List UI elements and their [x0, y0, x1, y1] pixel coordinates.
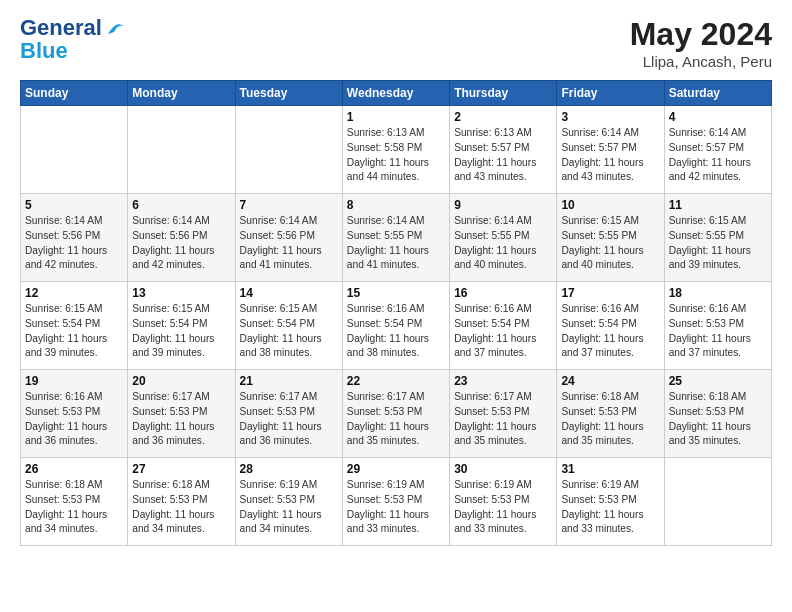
day-number: 10: [561, 198, 659, 212]
day-number: 9: [454, 198, 552, 212]
day-info: Sunrise: 6:15 AMSunset: 5:54 PMDaylight:…: [132, 302, 230, 361]
day-number: 11: [669, 198, 767, 212]
day-cell: 20Sunrise: 6:17 AMSunset: 5:53 PMDayligh…: [128, 370, 235, 458]
calendar: SundayMondayTuesdayWednesdayThursdayFrid…: [20, 80, 772, 546]
day-info: Sunrise: 6:15 AMSunset: 5:55 PMDaylight:…: [669, 214, 767, 273]
day-number: 27: [132, 462, 230, 476]
day-info: Sunrise: 6:14 AMSunset: 5:55 PMDaylight:…: [347, 214, 445, 273]
day-cell: 2Sunrise: 6:13 AMSunset: 5:57 PMDaylight…: [450, 106, 557, 194]
day-number: 15: [347, 286, 445, 300]
day-cell: [128, 106, 235, 194]
day-cell: 13Sunrise: 6:15 AMSunset: 5:54 PMDayligh…: [128, 282, 235, 370]
week-row-5: 26Sunrise: 6:18 AMSunset: 5:53 PMDayligh…: [21, 458, 772, 546]
day-number: 2: [454, 110, 552, 124]
day-info: Sunrise: 6:17 AMSunset: 5:53 PMDaylight:…: [132, 390, 230, 449]
day-info: Sunrise: 6:14 AMSunset: 5:56 PMDaylight:…: [240, 214, 338, 273]
weekday-header-friday: Friday: [557, 81, 664, 106]
day-info: Sunrise: 6:19 AMSunset: 5:53 PMDaylight:…: [561, 478, 659, 537]
day-cell: 16Sunrise: 6:16 AMSunset: 5:54 PMDayligh…: [450, 282, 557, 370]
day-cell: 10Sunrise: 6:15 AMSunset: 5:55 PMDayligh…: [557, 194, 664, 282]
day-info: Sunrise: 6:15 AMSunset: 5:54 PMDaylight:…: [25, 302, 123, 361]
day-number: 25: [669, 374, 767, 388]
day-cell: 29Sunrise: 6:19 AMSunset: 5:53 PMDayligh…: [342, 458, 449, 546]
day-info: Sunrise: 6:18 AMSunset: 5:53 PMDaylight:…: [25, 478, 123, 537]
day-number: 13: [132, 286, 230, 300]
day-number: 20: [132, 374, 230, 388]
day-number: 12: [25, 286, 123, 300]
day-number: 24: [561, 374, 659, 388]
day-number: 21: [240, 374, 338, 388]
day-cell: 25Sunrise: 6:18 AMSunset: 5:53 PMDayligh…: [664, 370, 771, 458]
day-info: Sunrise: 6:13 AMSunset: 5:57 PMDaylight:…: [454, 126, 552, 185]
day-number: 16: [454, 286, 552, 300]
day-info: Sunrise: 6:19 AMSunset: 5:53 PMDaylight:…: [454, 478, 552, 537]
day-cell: 6Sunrise: 6:14 AMSunset: 5:56 PMDaylight…: [128, 194, 235, 282]
day-number: 28: [240, 462, 338, 476]
day-info: Sunrise: 6:19 AMSunset: 5:53 PMDaylight:…: [347, 478, 445, 537]
day-number: 17: [561, 286, 659, 300]
day-info: Sunrise: 6:13 AMSunset: 5:58 PMDaylight:…: [347, 126, 445, 185]
day-cell: 24Sunrise: 6:18 AMSunset: 5:53 PMDayligh…: [557, 370, 664, 458]
day-info: Sunrise: 6:19 AMSunset: 5:53 PMDaylight:…: [240, 478, 338, 537]
weekday-header-monday: Monday: [128, 81, 235, 106]
day-cell: 12Sunrise: 6:15 AMSunset: 5:54 PMDayligh…: [21, 282, 128, 370]
page: General Blue May 2024 Llipa, Ancash, Per…: [0, 0, 792, 612]
day-info: Sunrise: 6:14 AMSunset: 5:56 PMDaylight:…: [132, 214, 230, 273]
day-number: 7: [240, 198, 338, 212]
logo-blue-text: Blue: [20, 40, 68, 62]
day-cell: 31Sunrise: 6:19 AMSunset: 5:53 PMDayligh…: [557, 458, 664, 546]
day-info: Sunrise: 6:16 AMSunset: 5:53 PMDaylight:…: [25, 390, 123, 449]
day-number: 18: [669, 286, 767, 300]
day-cell: 3Sunrise: 6:14 AMSunset: 5:57 PMDaylight…: [557, 106, 664, 194]
day-cell: 26Sunrise: 6:18 AMSunset: 5:53 PMDayligh…: [21, 458, 128, 546]
day-info: Sunrise: 6:16 AMSunset: 5:53 PMDaylight:…: [669, 302, 767, 361]
weekday-header-thursday: Thursday: [450, 81, 557, 106]
day-cell: 23Sunrise: 6:17 AMSunset: 5:53 PMDayligh…: [450, 370, 557, 458]
day-cell: 28Sunrise: 6:19 AMSunset: 5:53 PMDayligh…: [235, 458, 342, 546]
day-cell: 22Sunrise: 6:17 AMSunset: 5:53 PMDayligh…: [342, 370, 449, 458]
day-number: 6: [132, 198, 230, 212]
day-info: Sunrise: 6:14 AMSunset: 5:56 PMDaylight:…: [25, 214, 123, 273]
day-cell: 27Sunrise: 6:18 AMSunset: 5:53 PMDayligh…: [128, 458, 235, 546]
day-info: Sunrise: 6:14 AMSunset: 5:55 PMDaylight:…: [454, 214, 552, 273]
logo-text: General: [20, 17, 102, 39]
day-number: 14: [240, 286, 338, 300]
day-info: Sunrise: 6:18 AMSunset: 5:53 PMDaylight:…: [669, 390, 767, 449]
week-row-4: 19Sunrise: 6:16 AMSunset: 5:53 PMDayligh…: [21, 370, 772, 458]
day-cell: 15Sunrise: 6:16 AMSunset: 5:54 PMDayligh…: [342, 282, 449, 370]
day-number: 1: [347, 110, 445, 124]
weekday-header-wednesday: Wednesday: [342, 81, 449, 106]
day-cell: 14Sunrise: 6:15 AMSunset: 5:54 PMDayligh…: [235, 282, 342, 370]
day-cell: 1Sunrise: 6:13 AMSunset: 5:58 PMDaylight…: [342, 106, 449, 194]
day-info: Sunrise: 6:16 AMSunset: 5:54 PMDaylight:…: [347, 302, 445, 361]
day-number: 19: [25, 374, 123, 388]
day-cell: [21, 106, 128, 194]
week-row-1: 1Sunrise: 6:13 AMSunset: 5:58 PMDaylight…: [21, 106, 772, 194]
day-number: 31: [561, 462, 659, 476]
day-cell: 7Sunrise: 6:14 AMSunset: 5:56 PMDaylight…: [235, 194, 342, 282]
day-number: 29: [347, 462, 445, 476]
location: Llipa, Ancash, Peru: [630, 53, 772, 70]
day-number: 4: [669, 110, 767, 124]
weekday-header-sunday: Sunday: [21, 81, 128, 106]
day-cell: 5Sunrise: 6:14 AMSunset: 5:56 PMDaylight…: [21, 194, 128, 282]
day-number: 23: [454, 374, 552, 388]
day-cell: 9Sunrise: 6:14 AMSunset: 5:55 PMDaylight…: [450, 194, 557, 282]
weekday-header-saturday: Saturday: [664, 81, 771, 106]
day-cell: [664, 458, 771, 546]
day-cell: 18Sunrise: 6:16 AMSunset: 5:53 PMDayligh…: [664, 282, 771, 370]
day-info: Sunrise: 6:17 AMSunset: 5:53 PMDaylight:…: [454, 390, 552, 449]
logo: General Blue: [20, 16, 128, 62]
weekday-header-row: SundayMondayTuesdayWednesdayThursdayFrid…: [21, 81, 772, 106]
day-number: 3: [561, 110, 659, 124]
day-number: 22: [347, 374, 445, 388]
day-number: 8: [347, 198, 445, 212]
day-info: Sunrise: 6:15 AMSunset: 5:54 PMDaylight:…: [240, 302, 338, 361]
day-info: Sunrise: 6:16 AMSunset: 5:54 PMDaylight:…: [561, 302, 659, 361]
week-row-3: 12Sunrise: 6:15 AMSunset: 5:54 PMDayligh…: [21, 282, 772, 370]
weekday-header-tuesday: Tuesday: [235, 81, 342, 106]
logo-icon: [104, 16, 128, 40]
day-cell: [235, 106, 342, 194]
day-info: Sunrise: 6:14 AMSunset: 5:57 PMDaylight:…: [561, 126, 659, 185]
day-number: 5: [25, 198, 123, 212]
